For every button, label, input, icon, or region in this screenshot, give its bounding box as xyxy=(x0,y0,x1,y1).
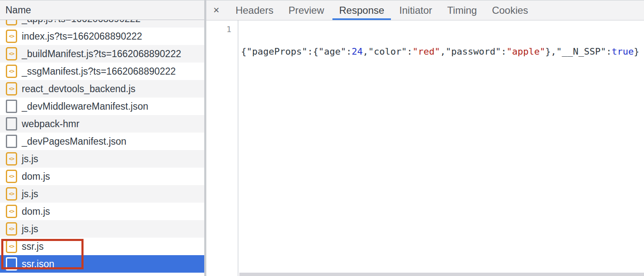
horizontal-scrollbar[interactable] xyxy=(239,273,644,276)
script-file-icon: <> xyxy=(6,205,17,218)
request-details-panel: ✕ HeadersPreviewResponseInitiatorTimingC… xyxy=(206,0,644,276)
request-name: js.js xyxy=(22,153,38,165)
json-token-str: "apple" xyxy=(507,46,545,57)
request-name: _devMiddlewareManifest.json xyxy=(22,101,148,112)
response-json-line: {"pageProps":{"age":24,"color":"red","pa… xyxy=(241,46,644,57)
network-request-list-panel: Name <> _app.js?ts=1662068890222 <>index… xyxy=(0,0,206,276)
request-row[interactable]: <>_buildManifest.js?ts=1662068890222 xyxy=(0,45,204,63)
response-code[interactable]: {"pageProps":{"age":24,"color":"red","pa… xyxy=(238,20,644,276)
tab-initiator[interactable]: Initiator xyxy=(393,0,439,20)
request-row[interactable]: <>js.js xyxy=(0,220,204,238)
script-file-icon: <> xyxy=(6,20,17,25)
request-name: index.js?ts=1662068890222 xyxy=(22,31,142,42)
document-file-icon xyxy=(6,257,17,271)
request-row[interactable]: webpack-hmr xyxy=(0,115,204,133)
script-file-icon: <> xyxy=(6,65,17,78)
script-file-icon: <> xyxy=(6,240,17,253)
response-content: 1 {"pageProps":{"age":24,"color":"red","… xyxy=(206,20,644,276)
name-column-label: Name xyxy=(5,5,31,16)
line-number-gutter: 1 xyxy=(206,20,238,276)
request-row[interactable]: _devPagesManifest.json xyxy=(0,133,204,150)
request-name: js.js xyxy=(22,188,38,200)
script-file-icon: <> xyxy=(6,82,17,95)
request-name: js.js xyxy=(22,223,38,235)
line-number: 1 xyxy=(206,20,238,34)
request-name: ssr.json xyxy=(22,258,54,270)
request-row[interactable]: ssr.json xyxy=(0,255,204,273)
document-file-icon xyxy=(6,100,17,113)
details-tabbar: ✕ HeadersPreviewResponseInitiatorTimingC… xyxy=(206,0,644,20)
request-row[interactable]: <>js.js xyxy=(0,185,204,203)
close-icon[interactable]: ✕ xyxy=(206,0,228,20)
json-token-str: "red" xyxy=(413,46,440,57)
json-token-plain: {"pageProps":{"age": xyxy=(241,46,352,57)
request-row[interactable]: _devMiddlewareManifest.json xyxy=(0,98,204,115)
script-file-icon: <> xyxy=(6,152,17,166)
request-row[interactable]: <>react_devtools_backend.js xyxy=(0,80,204,98)
document-file-icon xyxy=(6,135,17,148)
json-token-plain: },"__N_SSP": xyxy=(545,46,612,57)
script-file-icon: <> xyxy=(6,30,17,43)
request-name: webpack-hmr xyxy=(22,118,79,130)
request-name: dom.js xyxy=(22,171,50,182)
json-token-plain: ,"color": xyxy=(363,46,412,57)
request-name: dom.js xyxy=(22,206,50,217)
request-row[interactable]: <>ssr.js xyxy=(0,238,204,255)
request-rows: <> _app.js?ts=1662068890222 <>index.js?t… xyxy=(0,20,204,273)
json-token-bool: true xyxy=(611,46,634,57)
request-name: _buildManifest.js?ts=1662068890222 xyxy=(22,48,181,60)
name-column-header[interactable]: Name xyxy=(0,0,204,20)
script-file-icon: <> xyxy=(6,187,17,201)
script-file-icon: <> xyxy=(6,170,17,183)
tab-response[interactable]: Response xyxy=(332,0,391,20)
request-row-partial[interactable]: <> _app.js?ts=1662068890222 xyxy=(0,20,204,28)
json-token-plain: } xyxy=(634,46,639,57)
request-name: ssr.js xyxy=(22,241,43,252)
request-name: react_devtools_backend.js xyxy=(22,83,135,95)
devtools-network-panel: Name <> _app.js?ts=1662068890222 <>index… xyxy=(0,0,644,276)
request-row[interactable]: <>dom.js xyxy=(0,203,204,220)
request-name: _devPagesManifest.json xyxy=(22,136,127,147)
tab-preview[interactable]: Preview xyxy=(282,0,331,20)
script-file-icon: <> xyxy=(6,222,17,236)
json-token-plain: ,"password": xyxy=(440,46,507,57)
document-file-icon xyxy=(6,117,17,130)
tab-headers[interactable]: Headers xyxy=(229,0,280,20)
request-name: _app.js?ts=1662068890222 xyxy=(22,20,141,25)
request-name: _ssgManifest.js?ts=1662068890222 xyxy=(22,66,176,77)
tab-timing[interactable]: Timing xyxy=(441,0,484,20)
script-file-icon: <> xyxy=(6,47,17,60)
request-row[interactable]: <>index.js?ts=1662068890222 xyxy=(0,28,204,45)
request-row[interactable]: <>_ssgManifest.js?ts=1662068890222 xyxy=(0,63,204,80)
tab-cookies[interactable]: Cookies xyxy=(485,0,535,20)
request-row[interactable]: <>dom.js xyxy=(0,168,204,185)
json-token-num: 24 xyxy=(352,46,363,57)
request-row[interactable]: <>js.js xyxy=(0,150,204,168)
